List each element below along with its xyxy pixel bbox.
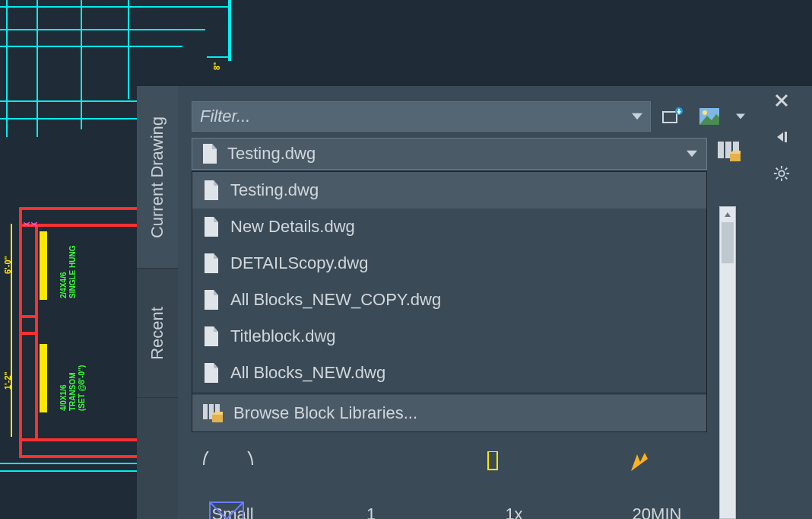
browse-libraries-item[interactable]: Browse Block Libraries... [192,395,706,431]
scroll-up-arrow[interactable] [720,207,735,222]
file-icon [203,180,220,200]
dropdown-item[interactable]: All Blocks_NEW.dwg [192,355,706,391]
block-thumb[interactable]: 20MIN [626,451,687,519]
file-icon [201,144,218,164]
block-thumb[interactable] [208,501,245,519]
panel-body: Filter... [178,86,812,519]
filter-input[interactable]: Filter... [192,101,651,132]
scroll-thumb[interactable] [722,222,734,263]
close-icon[interactable] [772,91,791,110]
thumb-label: 1 [366,505,376,519]
filter-row: Filter... [192,100,747,133]
library-folder-icon [203,404,223,422]
browse-libraries-label: Browse Block Libraries... [233,403,417,423]
dropdown-item[interactable]: All Blocks_NEW_COPY.dwg [192,282,706,318]
block-library-icon[interactable] [716,138,742,164]
file-icon [203,326,220,346]
window-callout: SINGLE HUNG [68,246,77,298]
thumbnail-scrollbar[interactable] [719,206,736,519]
panel-tabstrip: Current Drawing Recent [137,86,178,519]
dropdown-item[interactable]: Testing.dwg [192,172,706,209]
thumb-label: 1x [505,505,522,519]
block-thumb[interactable]: 1 [341,451,401,519]
dimension-small: 8" [213,62,221,70]
tab-recent[interactable]: Recent [137,269,178,398]
window-callout: 2/4X4/6 [59,272,68,298]
selected-file-label: Testing.dwg [227,144,316,164]
file-icon [203,217,220,237]
svg-point-13 [779,170,784,176]
filter-placeholder: Filter... [200,107,250,126]
dropdown-item[interactable]: DETAILScopy.dwg [192,245,706,282]
svg-line-19 [785,177,788,180]
tab-label: Current Drawing [147,116,167,237]
dropdown-item-label: All Blocks_NEW_COPY.dwg [230,290,441,310]
chevron-down-icon[interactable] [632,111,642,122]
thumb-label: 20MIN [633,505,682,519]
panel-side-toolbar [766,91,797,183]
chevron-down-icon[interactable] [687,148,697,159]
settings-gear-icon[interactable] [772,164,791,183]
insert-block-icon[interactable] [661,105,684,128]
svg-point-3 [703,110,707,115]
view-options-dropdown-icon[interactable] [734,105,747,128]
svg-rect-10 [488,451,497,470]
cad-label: X [30,221,39,227]
window-callout: (SET @8'-0") [78,365,86,411]
file-dropdown: Testing.dwg New Details.dwg DETAILScopy.… [192,171,707,432]
dropdown-item[interactable]: Titleblock.dwg [192,318,706,355]
svg-rect-0 [663,112,677,123]
blocks-panel: Current Drawing Recent Filter... [137,85,812,519]
tab-label: Recent [147,307,167,360]
svg-line-20 [776,177,779,180]
block-thumb[interactable]: 1x [484,451,544,519]
file-icon [203,253,220,273]
dropdown-item-label: All Blocks_NEW.dwg [230,363,385,383]
svg-rect-4 [718,142,724,158]
file-icon [203,290,220,310]
dropdown-item-label: DETAILScopy.dwg [230,253,368,273]
thumbnail-view-icon[interactable] [698,105,721,128]
window-callout: 4/0X1/6 [59,385,68,411]
file-select[interactable]: Testing.dwg [192,138,707,170]
file-icon [203,363,220,383]
dropdown-item-label: Testing.dwg [230,180,319,200]
svg-line-21 [785,168,788,170]
svg-rect-7 [203,404,208,419]
svg-rect-12 [785,132,787,142]
dropdown-separator [192,393,706,393]
svg-line-18 [776,168,779,170]
dropdown-item[interactable]: New Details.dwg [192,209,706,245]
dropdown-item-label: Titleblock.dwg [230,326,336,346]
tab-current-drawing[interactable]: Current Drawing [137,86,178,269]
svg-rect-11 [210,502,243,519]
dropdown-item-label: New Details.dwg [230,217,355,237]
window-callout: TRANSOM [68,372,77,411]
dock-icon[interactable] [772,127,791,147]
